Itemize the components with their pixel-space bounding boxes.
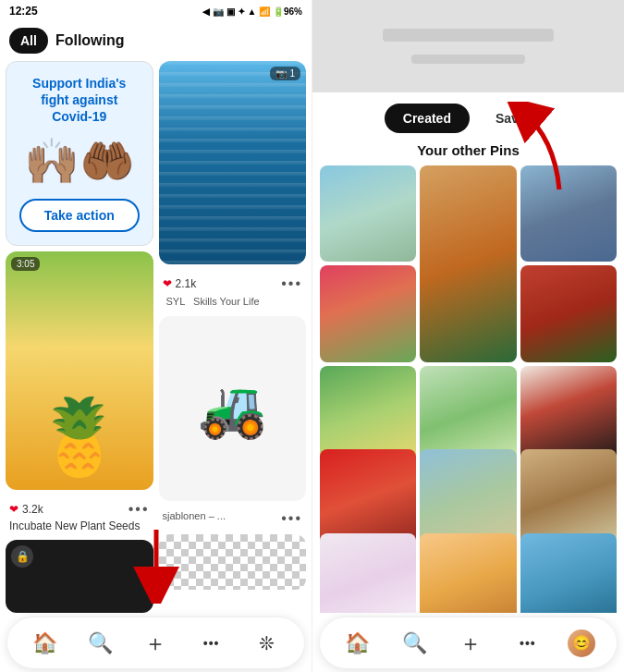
checker-card[interactable]: [159, 534, 307, 590]
bottom-nav-left: 🏠 🔍 ＋ ••• ❊: [7, 617, 304, 668]
status-bar: 12:25 ◀ 📷 ▣ ✦ ▲ 📶 🔋96%: [0, 0, 312, 22]
bottom-nav-right: 🏠 🔍 ＋ ••• 😊: [320, 617, 617, 668]
covid-card[interactable]: Support India's fight against Covid-19 🙌…: [6, 61, 153, 246]
take-action-button[interactable]: Take action: [19, 199, 140, 232]
waterfall2-more-button[interactable]: •••: [281, 275, 302, 292]
nav-profile-button[interactable]: ❊: [251, 627, 284, 660]
waterfall2-meta: ❤ 2.1k ••• SYL Skills Your Life: [159, 270, 307, 311]
lock-icon: 🔒: [11, 545, 33, 568]
left-panel: 12:25 ◀ 📷 ▣ ✦ ▲ 📶 🔋96% All Following Sup…: [0, 0, 312, 672]
nav-messages-button[interactable]: •••: [195, 627, 228, 660]
waterfall-card[interactable]: 📷 1: [159, 61, 307, 264]
nav-right-home-button[interactable]: 🏠: [341, 627, 374, 660]
blurred-subtitle: [411, 55, 526, 64]
tab-following[interactable]: Following: [55, 32, 125, 49]
video-timer: 3:05: [11, 257, 40, 271]
waterfall2-likes: ❤ 2.1k: [163, 277, 197, 290]
camera-badge: 📷 1: [270, 67, 300, 80]
pin-thumb-bench[interactable]: [420, 366, 516, 462]
status-time: 12:25: [9, 5, 38, 18]
heart-icon: ❤: [9, 503, 18, 516]
pin-thumb-temple[interactable]: [420, 165, 516, 362]
tractor-author: sjablonen – ... •••: [159, 507, 307, 529]
dark-card[interactable]: 🔒: [6, 540, 153, 613]
covid-hands-icon: 🙌🏽🤲🏾: [24, 136, 135, 188]
pin-thumb-cake[interactable]: [320, 533, 416, 613]
status-icons: ◀ 📷 ▣ ✦ ▲ 📶 🔋96%: [202, 6, 302, 17]
feed-col-right: 📷 1 ❤ 2.1k ••• SYL Skills Your Life: [159, 61, 307, 613]
nav-add-button[interactable]: ＋: [139, 627, 172, 660]
pin-thumb-people[interactable]: [420, 449, 516, 545]
camera-icon: 📷: [275, 68, 287, 79]
blurred-name: [383, 29, 554, 42]
pineapple-desc: Incubate New Plant Seeds: [9, 519, 150, 532]
tab-created[interactable]: Created: [385, 104, 470, 133]
tab-saved[interactable]: Saved: [477, 104, 552, 133]
pineapple-card[interactable]: 3:05: [6, 251, 153, 490]
pineapple-meta: ❤ 3.2k ••• Incubate New Plant Seeds: [6, 495, 153, 534]
pin-thumb-lady[interactable]: [520, 265, 617, 361]
covid-title: Support India's fight against Covid-19: [19, 75, 140, 126]
pin-thumb-bench2[interactable]: [520, 449, 617, 545]
feed-col-left: Support India's fight against Covid-19 🙌…: [6, 61, 153, 613]
pineapple-more-button[interactable]: •••: [128, 501, 150, 518]
blurred-header: [312, 0, 624, 92]
heart-icon-2: ❤: [163, 277, 172, 290]
tractor-card[interactable]: 🚜: [159, 316, 307, 501]
waterfall2-author: SYL Skills Your Life: [163, 292, 303, 309]
profile-tabs: Created Saved: [312, 92, 624, 137]
pin-thumb-lake[interactable]: [320, 165, 416, 262]
nav-right-search-button[interactable]: 🔍: [398, 627, 431, 660]
pin-thumb-extra2[interactable]: [520, 533, 617, 613]
pin-thumb-tulips[interactable]: [320, 265, 416, 361]
right-panel: Created Saved Your other Pins: [312, 0, 624, 672]
tab-all[interactable]: All: [9, 28, 48, 54]
pins-grid: [312, 165, 624, 613]
tractor-more-button[interactable]: •••: [281, 510, 302, 527]
pin-thumb-green[interactable]: [320, 366, 416, 462]
pin-thumb-couple[interactable]: [520, 165, 617, 262]
nav-home-button[interactable]: 🏠: [28, 627, 61, 660]
nav-right-messages-button[interactable]: •••: [511, 627, 544, 660]
pineapple-likes: ❤ 3.2k: [9, 503, 43, 516]
nav-right-add-button[interactable]: ＋: [454, 627, 487, 660]
other-pins-title: Your other Pins: [312, 137, 624, 165]
feed: Support India's fight against Covid-19 🙌…: [0, 61, 312, 613]
pin-thumb-extra1[interactable]: [420, 533, 516, 613]
nav-right-profile-avatar[interactable]: 😊: [568, 629, 595, 657]
pin-thumb-flower-red[interactable]: [320, 449, 416, 545]
pin-thumb-tuxedo[interactable]: [520, 366, 617, 462]
tab-bar: All Following: [0, 22, 312, 61]
nav-search-button[interactable]: 🔍: [83, 627, 116, 660]
